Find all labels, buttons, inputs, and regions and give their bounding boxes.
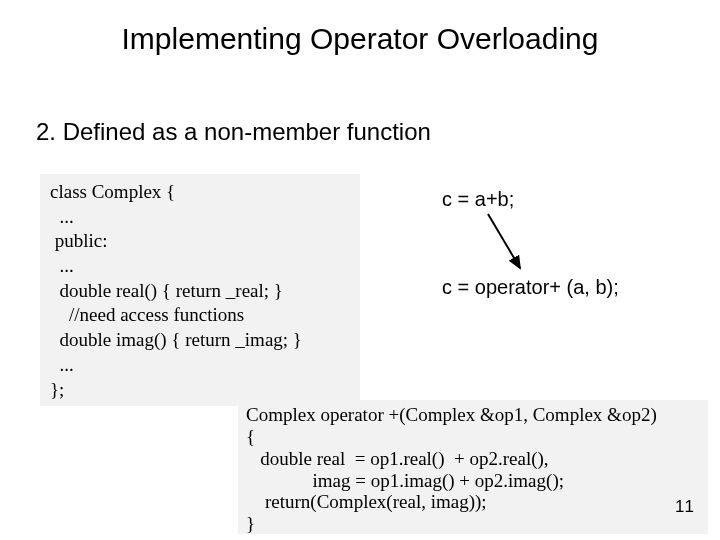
expression-desugared: c = operator+ (a, b);: [442, 276, 619, 299]
slide-title: Implementing Operator Overloading: [0, 22, 720, 56]
svg-line-0: [488, 214, 520, 268]
code-block-bottom: Complex operator +(Complex &op1, Complex…: [238, 400, 708, 534]
code-block-left: class Complex { ... public: ... double r…: [40, 174, 360, 406]
page-number: 11: [675, 497, 694, 517]
slide-subheading: 2. Defined as a non-member function: [36, 118, 431, 146]
expression-sugar: c = a+b;: [442, 188, 514, 211]
arrow-icon: [478, 208, 538, 278]
